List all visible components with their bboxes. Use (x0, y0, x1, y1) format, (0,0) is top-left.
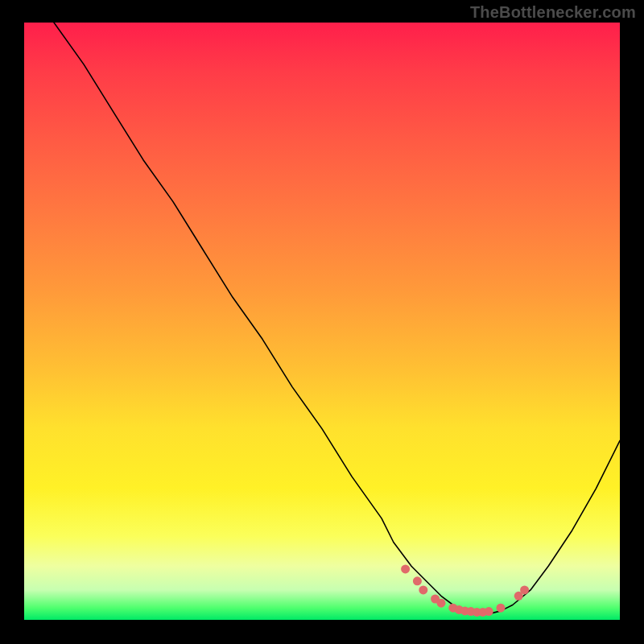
marker-dot (437, 599, 446, 608)
marker-dot (520, 585, 529, 594)
chart-stage: TheBottlenecker.com (0, 0, 644, 644)
curve-markers (401, 564, 529, 617)
bottleneck-curve (54, 23, 620, 614)
marker-dot (497, 604, 506, 613)
attribution-text: TheBottlenecker.com (470, 3, 636, 22)
plot-area (24, 23, 620, 620)
marker-dot (419, 585, 427, 594)
marker-dot (413, 576, 422, 585)
marker-dot (485, 607, 493, 616)
marker-dot (401, 564, 410, 573)
curve-svg (24, 23, 620, 620)
